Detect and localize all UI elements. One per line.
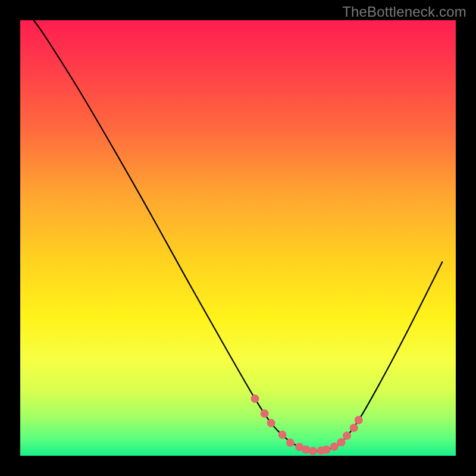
highlight-marker bbox=[322, 446, 331, 454]
highlight-marker bbox=[267, 419, 275, 427]
highlight-marker-group bbox=[251, 394, 363, 455]
plot-area bbox=[20, 20, 456, 456]
highlight-marker bbox=[278, 431, 287, 439]
watermark-text: TheBottleneck.com bbox=[342, 4, 466, 20]
highlight-marker bbox=[337, 438, 345, 446]
chart-frame: TheBottleneck.com bbox=[0, 0, 476, 476]
highlight-marker bbox=[355, 416, 363, 424]
highlight-marker bbox=[343, 431, 351, 440]
highlight-marker bbox=[309, 447, 317, 455]
highlight-marker bbox=[350, 424, 358, 432]
highlight-marker bbox=[251, 394, 259, 403]
highlight-marker bbox=[302, 446, 310, 454]
highlight-marker bbox=[286, 439, 295, 447]
highlight-marker bbox=[330, 443, 339, 451]
bottleneck-curve-line bbox=[34, 20, 443, 451]
curve-svg bbox=[20, 20, 456, 456]
highlight-marker bbox=[261, 409, 269, 418]
